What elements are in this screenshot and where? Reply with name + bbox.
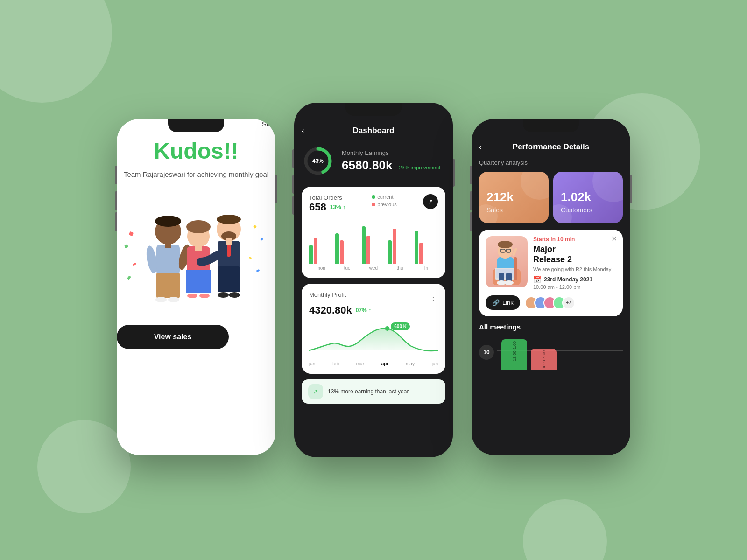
earnings-footer: ↗ 13% more earning than last year [302, 379, 445, 404]
earnings-label: Monthly Earnings [342, 149, 440, 156]
month-mar: mar [356, 361, 364, 366]
svg-rect-4 [156, 273, 180, 298]
earnings-improvement: 23% improvement [399, 165, 440, 170]
bar-current [335, 233, 339, 264]
share-button[interactable]: ↗ [423, 194, 438, 209]
bar-label-tue: tue [335, 266, 359, 271]
svg-point-15 [199, 294, 210, 298]
event-actions: 🔗 Link +7 [486, 295, 616, 310]
svg-point-32 [498, 241, 513, 248]
all-meetings-label: All meetings [479, 323, 623, 331]
kudos-subtitle: Team Rajarajeswari for achieving monthly… [117, 169, 275, 180]
svg-rect-22 [218, 266, 240, 292]
bar-current [415, 231, 418, 264]
svg-point-14 [187, 294, 197, 298]
phones-container: ‹ Skip Kudos!! Team Rajarajeswari for ac… [117, 103, 630, 457]
earnings-section: 43% Monthly Earnings 6580.80k 23% improv… [302, 145, 445, 177]
svg-point-17 [217, 215, 241, 224]
back-arrow-icon[interactable]: ‹ [117, 119, 120, 129]
event-details: Starts in 10 min MajorRelease 2 We are g… [533, 236, 616, 290]
svg-rect-13 [186, 270, 211, 293]
phone-kudos: ‹ Skip Kudos!! Team Rajarajeswari for ac… [117, 119, 275, 455]
bar-label-wed: wed [362, 266, 385, 271]
legend-previous: previous [377, 202, 397, 207]
earnings-info: Monthly Earnings 6580.80k 23% improvemen… [342, 149, 440, 173]
svg-point-10 [186, 220, 211, 233]
footer-text: 13% more earning than last year [328, 388, 409, 395]
donut-chart: 43% [302, 145, 334, 177]
svg-rect-3 [165, 241, 171, 248]
trend-icon: ↗ [308, 384, 323, 399]
month-feb: feb [332, 361, 339, 366]
bar-chart [309, 219, 438, 266]
svg-point-24 [229, 292, 240, 298]
orders-pct: 13% ↑ [330, 204, 345, 210]
svg-rect-12 [195, 245, 202, 251]
customers-stat-card: 1.02k Customers [553, 172, 623, 223]
bar-current [309, 245, 313, 264]
svg-point-27 [385, 326, 390, 331]
event-date: 23rd Monday 2021 [544, 276, 592, 283]
month-labels: jan feb mar apr may jun [309, 361, 438, 366]
bar-current [388, 240, 392, 264]
chart-tooltip: 600 K [391, 322, 410, 330]
line-chart: 600 K [309, 320, 438, 357]
customers-value: 1.02k [561, 190, 592, 204]
svg-point-23 [218, 292, 229, 298]
sales-name: Sales [486, 206, 514, 214]
performance-title: Performance Details [513, 142, 589, 152]
more-options-button[interactable]: ⋮ [429, 291, 438, 302]
event-image [486, 236, 528, 287]
phone-dashboard: ‹ Dashboard 43% Monthly Earnings [294, 103, 453, 457]
svg-point-8 [168, 297, 179, 302]
event-desc: We are going with R2 this Monday [533, 266, 616, 272]
earnings-value: 6580.80k [342, 158, 392, 173]
time-marker: 10 [479, 345, 494, 360]
phone3-header: ‹ Performance Details [479, 142, 623, 152]
bar-labels: mon tue wed thu fri [309, 266, 438, 271]
profit-title: Monthly Profit [309, 291, 346, 298]
event-title: MajorRelease 2 [533, 245, 616, 265]
svg-rect-21 [226, 238, 232, 245]
legend-dot-current [372, 195, 375, 199]
legend-dot-previous [372, 203, 375, 206]
phone2-header: ‹ Dashboard [302, 126, 445, 135]
bar-previous [366, 236, 370, 264]
close-button[interactable]: ✕ [611, 235, 617, 243]
timeline-bar-green: 12.00-1.00 [501, 339, 527, 370]
profit-pct: 07% ↑ [356, 307, 371, 314]
event-starts: Starts in 10 min [533, 236, 616, 243]
month-jun: jun [432, 361, 438, 366]
total-orders-card: Total Orders 658 13% ↑ current [302, 187, 445, 278]
bar-label-thu: thu [388, 266, 411, 271]
legend-current: current [377, 194, 393, 200]
link-button[interactable]: 🔗 Link [486, 295, 520, 310]
link-label: Link [502, 299, 514, 306]
back-arrow-icon[interactable]: ‹ [302, 126, 304, 136]
phone3-notch [523, 119, 579, 132]
donut-label: 43% [312, 158, 324, 164]
link-icon: 🔗 [492, 299, 500, 306]
stats-grid: 212k Sales 1.02k Customers [479, 172, 623, 223]
view-sales-button[interactable]: View sales [117, 325, 229, 349]
svg-point-42 [504, 280, 514, 285]
bar-current [362, 226, 366, 264]
back-arrow-icon[interactable]: ‹ [479, 142, 482, 152]
bar-label-fri: fri [415, 266, 438, 271]
bar-previous [314, 238, 317, 264]
meetings-timeline: 10 12.00-1.00 4.00-5.00 [479, 336, 623, 373]
phone1-notch [168, 119, 224, 132]
skip-button[interactable]: Skip [262, 120, 275, 128]
kudos-title: Kudos!! [117, 138, 275, 164]
bar-previous [393, 229, 396, 264]
sales-value: 212k [486, 190, 514, 204]
quarterly-label: Quarterly analysis [479, 159, 623, 166]
bar-label-mon: mon [309, 266, 332, 271]
event-card: ✕ [479, 230, 623, 316]
month-jan: jan [309, 361, 315, 366]
phone2-notch [345, 103, 402, 116]
svg-point-7 [155, 297, 167, 302]
sales-stat-card: 212k Sales [479, 172, 549, 223]
svg-line-38 [514, 249, 516, 255]
month-apr: apr [381, 361, 389, 366]
